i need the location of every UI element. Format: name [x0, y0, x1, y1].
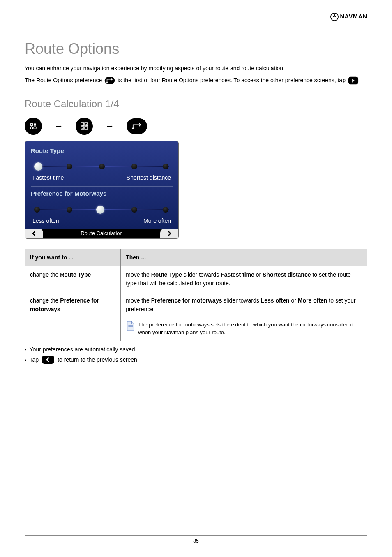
device-screenshot: Route Type Fastest time Shortest distanc…: [25, 141, 179, 239]
note-text: The preference for motorways sets the ex…: [138, 321, 362, 337]
intro-text: You can enhance your navigation experien…: [25, 64, 367, 73]
col1-header: If you want to ...: [25, 249, 121, 266]
want-bold: Route Type: [60, 271, 91, 278]
table-row: change the Preference for motorways move…: [25, 292, 367, 341]
svg-point-2: [106, 81, 108, 83]
motorways-slider[interactable]: [34, 206, 169, 214]
brand-text: NAVMAN: [340, 12, 367, 21]
preferences-icon: [76, 118, 93, 135]
want-label: change the: [30, 297, 60, 304]
device-next-button[interactable]: [160, 229, 178, 238]
col2-header: Then ...: [121, 249, 367, 266]
svg-point-6: [30, 127, 33, 129]
back-icon: [42, 356, 54, 364]
arrow-right-icon: →: [54, 119, 63, 133]
list-item: Tap to return to the previous screen.: [25, 356, 367, 364]
motorways-left: Less often: [32, 217, 59, 225]
intro-note: The Route Options preference is the firs…: [25, 76, 367, 85]
svg-rect-1: [105, 77, 115, 84]
brand-logo: NAVMAN: [330, 12, 367, 21]
section-title: Route Options: [25, 38, 367, 60]
route-type-left: Fastest time: [32, 173, 64, 182]
breadcrumb: → →: [25, 118, 367, 135]
note-prefix: The Route Options preference: [25, 76, 102, 85]
navman-icon: [330, 13, 339, 21]
route-type-label: Route Type: [31, 146, 173, 156]
next-icon: [348, 76, 359, 85]
svg-point-7: [34, 127, 36, 129]
menu-icon: [25, 118, 42, 135]
device-footer-label: Route Calculation: [43, 229, 160, 238]
note-suffix: .: [361, 76, 363, 85]
svg-point-5: [34, 123, 36, 126]
route-icon: [104, 76, 115, 85]
route-options-icon: [127, 118, 147, 134]
note-mid: is the first of four Route Options prefe…: [118, 76, 346, 85]
device-prev-button[interactable]: [25, 229, 43, 238]
motorways-right: More often: [143, 217, 171, 225]
page-number: 85: [193, 538, 198, 544]
svg-point-12: [132, 127, 134, 129]
subsection-title: Route Calculation 1/4: [25, 97, 367, 111]
want-label: change the: [30, 271, 60, 278]
motorways-label: Preference for Motorways: [31, 189, 173, 199]
note-icon: [126, 321, 135, 334]
page-footer: 85: [25, 535, 367, 545]
options-table: If you want to ... Then ... change the R…: [25, 249, 367, 341]
list-item: Your preferences are automatically saved…: [25, 345, 367, 354]
table-row: change the Route Type move the Route Typ…: [25, 266, 367, 292]
route-type-right: Shortest distance: [127, 173, 171, 182]
svg-point-4: [30, 123, 33, 126]
header: NAVMAN: [25, 12, 367, 26]
svg-rect-11: [85, 127, 88, 129]
route-type-slider[interactable]: [34, 163, 169, 171]
arrow-right-icon: →: [105, 119, 114, 133]
